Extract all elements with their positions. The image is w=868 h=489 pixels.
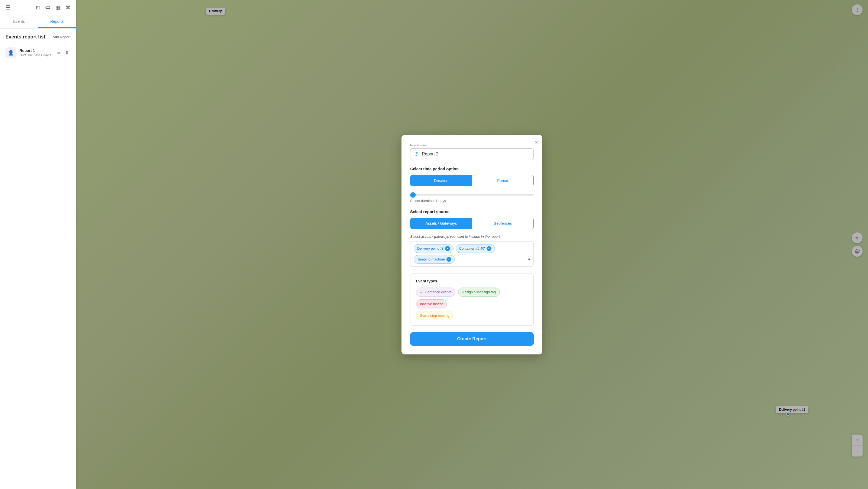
asset-tag-c540-label: Container #5 40' bbox=[459, 247, 485, 251]
asset-selection-label: Select assets / gateways you want to inc… bbox=[410, 234, 534, 238]
tab-reports[interactable]: Reports bbox=[38, 15, 76, 28]
remove-tm-button[interactable]: × bbox=[446, 257, 451, 262]
sidebar-title-text: Events report list bbox=[5, 34, 45, 40]
inactive-device-label: Inactive device bbox=[420, 302, 443, 306]
asset-tag-tm: Tamping machine × bbox=[414, 255, 455, 264]
create-report-button[interactable]: Create Report bbox=[410, 332, 534, 346]
assign-tag-label: Assign / unassign tag bbox=[462, 290, 496, 294]
report-source-section: Select report source Assets / Gateways G… bbox=[410, 209, 534, 267]
event-tags-row-2: Start / stop moving bbox=[416, 311, 528, 320]
report-name-icon: ⏱ bbox=[414, 151, 419, 157]
geofences-tab[interactable]: Geofences bbox=[472, 218, 533, 229]
sidebar: ☰ ⊡ 🏷 ▦ ⌘ Events Reports Events report l… bbox=[0, 0, 76, 489]
report-actions: ✏ 🗑 bbox=[56, 49, 70, 57]
create-report-modal: × Report name ⏱ Select time period optio… bbox=[402, 135, 542, 354]
asset-tag-dp3: Delivery point #3 × bbox=[414, 244, 454, 253]
report-source-title: Select report source bbox=[410, 209, 534, 214]
assets-gateways-tab[interactable]: Assets / Gateways bbox=[410, 218, 472, 229]
sidebar-header: ☰ ⊡ 🏷 ▦ ⌘ bbox=[0, 0, 76, 15]
time-period-section: Select time period option Duration Perio… bbox=[410, 166, 534, 203]
report-name-wrapper: ⏱ bbox=[410, 149, 534, 160]
event-tag-inactive[interactable]: Inactive device bbox=[416, 299, 447, 308]
report-avatar: 👤 bbox=[5, 47, 16, 58]
duration-slider[interactable] bbox=[410, 194, 534, 195]
event-tag-geofence[interactable]: ✓ Geofence events bbox=[416, 288, 456, 297]
report-name-input[interactable] bbox=[422, 152, 530, 157]
routes-icon[interactable]: ⌘ bbox=[66, 5, 70, 10]
event-tag-assign[interactable]: Assign / unassign tag bbox=[458, 288, 500, 297]
asset-tag-tm-label: Tamping machine bbox=[417, 257, 445, 261]
event-tag-moving[interactable]: Start / stop moving bbox=[416, 311, 453, 320]
modal-close-button[interactable]: × bbox=[535, 139, 538, 145]
event-types-title: Event types bbox=[416, 279, 528, 283]
delete-report-button[interactable]: 🗑 bbox=[64, 49, 70, 57]
sidebar-icons: ⊡ 🏷 ▦ ⌘ bbox=[36, 5, 70, 10]
tag-icon[interactable]: 🏷 bbox=[45, 5, 50, 10]
selection-icon[interactable]: ⊡ bbox=[36, 5, 40, 10]
add-report-button[interactable]: + Add Report bbox=[50, 35, 70, 39]
report-item: 👤 Report 1 Duration: Last 1 day(s) ✏ 🗑 bbox=[5, 44, 70, 62]
report-name-field: Report name ⏱ bbox=[410, 143, 534, 160]
report-info: Report 1 Duration: Last 1 day(s) bbox=[20, 48, 53, 57]
remove-dp3-button[interactable]: × bbox=[445, 246, 450, 251]
report-name-label: Report name bbox=[410, 143, 534, 147]
duration-tab[interactable]: Duration bbox=[410, 175, 472, 186]
sidebar-tabs: Events Reports bbox=[0, 15, 76, 29]
geofence-events-label: Geofence events bbox=[425, 290, 451, 294]
remove-c540-button[interactable]: × bbox=[487, 246, 491, 251]
edit-report-button[interactable]: ✏ bbox=[56, 49, 62, 57]
start-stop-label: Start / stop moving bbox=[420, 314, 449, 318]
time-period-title: Select time period option bbox=[410, 166, 534, 171]
hamburger-icon[interactable]: ☰ bbox=[5, 4, 10, 11]
geofence-check-icon: ✓ bbox=[420, 290, 423, 294]
period-tab[interactable]: Period bbox=[472, 175, 533, 186]
duration-slider-container bbox=[410, 192, 534, 197]
sidebar-title: Events report list + Add Report bbox=[5, 34, 70, 40]
asset-dropdown-button[interactable]: ▾ bbox=[528, 257, 530, 262]
asset-tag-dp3-label: Delivery point #3 bbox=[417, 247, 443, 251]
report-duration: Duration: Last 1 day(s) bbox=[20, 53, 53, 57]
map-area: Delivery Delivery point #1 + bbox=[76, 0, 868, 489]
grid-icon[interactable]: ▦ bbox=[56, 5, 60, 10]
event-types-box: Event types ✓ Geofence events Assign / u… bbox=[410, 273, 534, 326]
avatar-icon: 👤 bbox=[8, 50, 14, 56]
time-period-toggle: Duration Period bbox=[410, 175, 534, 186]
sidebar-content: Events report list + Add Report 👤 Report… bbox=[0, 29, 76, 489]
event-tags-row: ✓ Geofence events Assign / unassign tag … bbox=[416, 288, 528, 308]
slider-label: Select duration: 1 days bbox=[410, 199, 534, 203]
tab-events[interactable]: Events bbox=[0, 15, 38, 28]
asset-tags-container: Delivery point #3 × Container #5 40' × T… bbox=[410, 241, 534, 267]
report-name: Report 1 bbox=[20, 48, 53, 53]
report-source-toggle: Assets / Gateways Geofences bbox=[410, 218, 534, 229]
modal-overlay: × Report name ⏱ Select time period optio… bbox=[76, 0, 868, 489]
asset-tag-c540: Container #5 40' × bbox=[456, 244, 495, 253]
